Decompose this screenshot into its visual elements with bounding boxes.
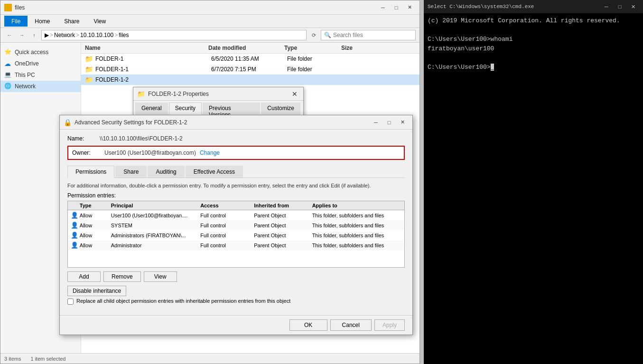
ribbon-tab-home[interactable]: Home [28, 16, 57, 27]
perm-row[interactable]: 👤 Allow User100 (User100@firatboyan.... … [68, 210, 404, 220]
sidebar-item-this-pc[interactable]: This PC [0, 69, 81, 81]
perm-access: Full control [200, 243, 254, 248]
perm-applies: This folder, subfolders and files [312, 213, 401, 218]
ok-button[interactable]: OK [289, 319, 327, 331]
adv-minimize-button[interactable]: ─ [370, 118, 382, 127]
replace-permissions-checkbox[interactable] [67, 299, 74, 305]
perm-row[interactable]: 👤 Allow Administrator Full control Paren… [68, 240, 404, 250]
cmd-minimize-button[interactable]: ─ [600, 2, 613, 11]
selected-count: 1 item selected [30, 356, 65, 362]
adv-name-row: Name: \\10.10.10.100\files\FOLDER-1-2 [67, 135, 405, 142]
perm-inherited: Parent Object [254, 243, 312, 248]
cmd-title-controls: ─ □ ✕ [600, 2, 639, 11]
add-button[interactable]: Add [67, 271, 101, 282]
file-row[interactable]: FOLDER-1-1 6/7/2020 7:15 PM File folder [81, 64, 419, 75]
col-access-header[interactable]: Access [200, 203, 254, 208]
adv-security-body: Name: \\10.10.10.100\files\FOLDER-1-2 Ow… [60, 130, 412, 315]
cmd-maximize-button[interactable]: □ [614, 2, 626, 11]
cmd-line-5 [428, 53, 639, 63]
adv-maximize-button[interactable]: □ [383, 118, 395, 127]
col-header-date[interactable]: Date modified [208, 45, 284, 51]
col-applies-header[interactable]: Applies to [312, 203, 401, 208]
adv-security-tabs: Permissions Share Auditing Effective Acc… [67, 166, 405, 178]
user-icon: 👤 [71, 212, 78, 219]
perm-entries-label: Permission entries: [67, 192, 405, 199]
address-path[interactable]: ▶ > Network > 10.10.10.100 > files [41, 30, 307, 40]
ribbon-tab-share[interactable]: Share [57, 16, 86, 27]
breadcrumb-ip[interactable]: 10.10.10.100 [80, 32, 113, 38]
breadcrumb-files[interactable]: files [119, 32, 129, 38]
adv-info-text: For additional information, double-click… [67, 183, 405, 188]
adv-tab-effective-access[interactable]: Effective Access [186, 166, 243, 177]
col-header-name[interactable]: Name [85, 45, 208, 51]
file-row[interactable]: FOLDER-1 6/5/2020 11:35 AM File folder [81, 54, 419, 64]
adv-title-controls: ─ □ ✕ [370, 118, 409, 127]
properties-dialog-title-bar: 📁 FOLDER-1-2 Properties ✕ [133, 87, 303, 101]
cancel-button[interactable]: Cancel [330, 319, 372, 331]
properties-dialog-title-left: 📁 FOLDER-1-2 Properties [137, 90, 209, 98]
perm-row[interactable]: 👤 Allow Administrators (FIRATBOYAN\... F… [68, 230, 404, 240]
explorer-folder-icon [4, 4, 12, 11]
sidebar-item-onedrive[interactable]: OneDrive [0, 58, 81, 69]
perm-row[interactable]: 👤 Allow SYSTEM Full control Parent Objec… [68, 220, 404, 230]
disable-inheritance-button[interactable]: Disable inheritance [67, 286, 126, 296]
change-link[interactable]: Change [200, 149, 220, 156]
col-header-type[interactable]: Type [284, 45, 341, 51]
cmd-close-button[interactable]: ✕ [627, 2, 639, 11]
up-button[interactable]: ↑ [29, 30, 39, 40]
perm-applies: This folder, subfolders and files [312, 223, 401, 228]
cmd-line-6: C:\Users\User100>_ [428, 63, 639, 72]
adv-title-text: Advanced Security Settings for FOLDER-1-… [75, 119, 187, 126]
cmd-title: Select C:\Windows\system32\cmd.exe [428, 4, 534, 9]
adv-tab-auditing[interactable]: Auditing [148, 166, 184, 177]
user-icon: 👤 [71, 242, 78, 249]
sidebar-label-network: Network [15, 83, 36, 90]
remove-button[interactable]: Remove [103, 271, 141, 282]
back-button[interactable]: ← [4, 30, 15, 40]
perm-inherited: Parent Object [254, 223, 312, 228]
close-button[interactable]: ✕ [403, 3, 416, 12]
perm-applies: This folder, subfolders and files [312, 233, 401, 238]
action-buttons: Add Remove View [67, 271, 405, 282]
item-count: 3 items [4, 356, 21, 362]
ribbon-tab-view[interactable]: View [86, 16, 113, 27]
col-type-header[interactable]: Type [80, 203, 111, 208]
col-icon-header [71, 203, 80, 208]
adv-tab-share[interactable]: Share [115, 166, 147, 177]
forward-button[interactable]: → [17, 30, 27, 40]
search-input[interactable] [333, 32, 412, 38]
file-row[interactable]: FOLDER-1-2 [81, 75, 419, 85]
perm-access: Full control [200, 233, 254, 238]
folder-icon [85, 55, 93, 63]
refresh-button[interactable]: ⟳ [308, 30, 319, 40]
col-inherited-header[interactable]: Inherited from [254, 203, 312, 208]
sidebar-item-quick-access[interactable]: Quick access [0, 47, 81, 58]
perm-applies: This folder, subfolders and files [312, 243, 401, 248]
adv-title-left: 🔒 Advanced Security Settings for FOLDER-… [64, 119, 187, 126]
col-principal-header[interactable]: Principal [111, 203, 200, 208]
breadcrumb-root: ▶ [45, 32, 49, 38]
minimize-button[interactable]: ─ [377, 3, 389, 12]
sidebar-label-onedrive: OneDrive [15, 60, 39, 67]
breadcrumb-network[interactable]: Network [54, 32, 75, 38]
view-button[interactable]: View [144, 271, 177, 282]
perm-principal: SYSTEM [111, 223, 200, 228]
properties-close-button[interactable]: ✕ [290, 90, 299, 98]
maximize-button[interactable]: □ [390, 3, 402, 12]
sidebar-label-this-pc: This PC [15, 72, 35, 78]
search-box[interactable]: 🔍 [321, 30, 416, 40]
ribbon-tab-file[interactable]: File [4, 16, 28, 27]
sidebar-item-network[interactable]: Network [0, 81, 81, 92]
col-header-size[interactable]: Size [341, 45, 379, 51]
adv-close-button[interactable]: ✕ [396, 118, 409, 127]
cmd-line-3: C:\Users\User100>whoami [428, 35, 639, 44]
cmd-window: Select C:\Windows\system32\cmd.exe ─ □ ✕… [424, 0, 643, 364]
onedrive-icon [4, 60, 12, 67]
apply-button[interactable]: Apply [374, 319, 405, 331]
user-icon: 👤 [71, 222, 78, 229]
adv-tab-permissions[interactable]: Permissions [67, 166, 114, 178]
perm-type: Allow [80, 233, 111, 238]
folder-icon [85, 65, 93, 73]
explorer-title: files [15, 4, 25, 11]
owner-value: User100 (User100@firatboyan.com) [104, 149, 196, 156]
